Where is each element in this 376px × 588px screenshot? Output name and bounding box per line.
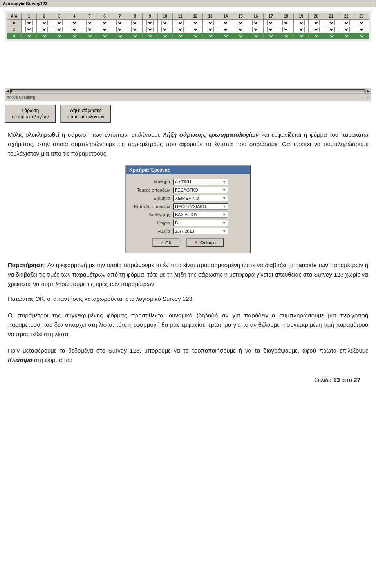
scroll-right-btn[interactable]: ▶ bbox=[365, 89, 371, 93]
cell-select[interactable]: 3 bbox=[343, 34, 350, 38]
cell-select[interactable]: 3 bbox=[358, 27, 365, 32]
paragraph-3: Οι παράμετροι της συγκεκριμένης φόρμας π… bbox=[8, 311, 368, 339]
cell-select[interactable]: 3 bbox=[177, 34, 184, 38]
window-title: Λειτουργία Survey123 bbox=[3, 1, 47, 6]
cell-select[interactable]: 3 bbox=[146, 34, 154, 38]
cell-select[interactable]: 1 bbox=[207, 27, 214, 32]
col-header-16: 16 bbox=[248, 13, 264, 20]
cell-select[interactable]: 2 bbox=[313, 34, 320, 38]
cell-select[interactable]: 5 bbox=[25, 27, 33, 32]
cell-select[interactable]: 3 bbox=[56, 34, 63, 38]
cell-select[interactable]: 4 bbox=[207, 34, 214, 38]
cell-select[interactable]: 2 bbox=[177, 20, 184, 25]
cell-select[interactable]: 4 bbox=[343, 20, 350, 25]
dialog-close-button[interactable]: Κλείσιμο bbox=[186, 238, 224, 247]
cell-select[interactable]: 4 bbox=[192, 27, 199, 32]
cell-select[interactable]: 1 bbox=[313, 20, 320, 25]
field-value-kathigitis[interactable]: ΒΑΣΙΛΕΙΟΥ ▼ bbox=[173, 212, 228, 218]
cell-select[interactable]: 1 bbox=[252, 20, 259, 25]
field-label-mathima: Μάθημα bbox=[131, 179, 170, 184]
field-value-epipedo[interactable]: ΠΡΟΠΤΥΧΙΑΚΟ ▼ bbox=[173, 203, 228, 210]
value-text: 25/7/2013 bbox=[175, 229, 194, 233]
scan-button[interactable]: Σάρωσηερωτηματολογίων bbox=[5, 105, 56, 123]
dropdown-arrow: ▼ bbox=[222, 196, 226, 200]
cell-select[interactable]: 2 bbox=[222, 20, 229, 25]
cell-select[interactable]: 4 bbox=[56, 20, 63, 25]
cell-select[interactable]: 4 bbox=[252, 34, 259, 38]
page-number: 13 bbox=[333, 376, 340, 383]
dialog-buttons: ΟΚ Κλείσιμο bbox=[131, 238, 245, 249]
col-header-15: 15 bbox=[233, 13, 248, 20]
cell-select[interactable]: 4 bbox=[328, 34, 335, 38]
dialog-field-date: Ημ/νία 25/7/2013 ▼ bbox=[131, 228, 245, 234]
cell-select[interactable]: 3 bbox=[207, 20, 214, 25]
empty-spreadsheet-area bbox=[5, 41, 371, 88]
cell-select[interactable]: 2 bbox=[161, 34, 168, 38]
cell-select[interactable]: 2 bbox=[358, 34, 365, 38]
cell-select[interactable]: 4 bbox=[56, 27, 63, 32]
value-text: ΓΕΩΛΟΓΚΟ bbox=[175, 188, 198, 192]
dialog-ok-button[interactable]: ΟΚ bbox=[152, 238, 179, 247]
cell-select[interactable]: 1 bbox=[237, 20, 244, 25]
cell-select[interactable]: 1 bbox=[25, 20, 33, 25]
cell-select[interactable]: 4 bbox=[282, 34, 289, 38]
cell-select[interactable]: 3 bbox=[86, 34, 93, 38]
cell-select[interactable]: 3 bbox=[71, 20, 78, 25]
criteria-dialog: Κριτήρια Έρευνας Μάθημα ΦΥΣΙΚΗ ▼ Τομέας … bbox=[125, 165, 251, 253]
cell-select[interactable]: 4 bbox=[328, 27, 335, 32]
cell-select[interactable]: 3 bbox=[222, 34, 229, 38]
cell-select[interactable]: 4 bbox=[41, 20, 48, 25]
cell-select[interactable]: 2 bbox=[298, 20, 305, 25]
cell-select[interactable]: 4 bbox=[282, 27, 289, 32]
stop-scan-button[interactable]: Λήξη σάρωσηςερωτηματολογίων bbox=[60, 105, 111, 123]
cell-select[interactable]: 5 bbox=[101, 20, 108, 25]
cell-select[interactable]: 3 bbox=[298, 34, 305, 38]
cell-select[interactable]: 3 bbox=[237, 27, 244, 32]
cell-select[interactable]: 5 bbox=[252, 27, 259, 32]
cell-select[interactable]: 3 bbox=[116, 34, 123, 38]
bold-text: Λήξη σάρωσης ερωτηματολογίων bbox=[163, 131, 259, 138]
cell-select[interactable]: 5 bbox=[343, 27, 350, 32]
cell-select[interactable]: 3 bbox=[41, 27, 48, 32]
cell-select[interactable]: 2 bbox=[328, 20, 335, 25]
field-value-ktirio[interactable]: Β1 ▼ bbox=[173, 220, 228, 226]
cell-select[interactable]: 2 bbox=[177, 27, 184, 32]
cell-select[interactable]: 4 bbox=[86, 27, 93, 32]
cell-select[interactable]: 4 bbox=[192, 20, 199, 25]
cell-select[interactable]: 3 bbox=[116, 27, 123, 32]
horizontal-scrollbar[interactable]: ◀ ▶ bbox=[5, 88, 371, 94]
cell-select[interactable]: 4 bbox=[86, 20, 93, 25]
scroll-track bbox=[11, 89, 365, 92]
field-value-date[interactable]: 25/7/2013 ▼ bbox=[173, 228, 228, 234]
cell-select[interactable]: 3 bbox=[282, 20, 289, 25]
dialog-field-epipedo: Επίπεδο σπουδών ΠΡΟΠΤΥΧΙΑΚΟ ▼ bbox=[131, 203, 245, 210]
cell-select[interactable]: 3 bbox=[131, 20, 138, 25]
cell-select[interactable]: 2 bbox=[101, 34, 108, 38]
cell-select[interactable]: 4 bbox=[298, 27, 305, 32]
cell-select[interactable]: 2 bbox=[237, 34, 244, 38]
cell-select[interactable]: 0 bbox=[161, 20, 168, 25]
cell-select[interactable]: 4 bbox=[313, 27, 320, 32]
cell-select[interactable]: 4 bbox=[131, 34, 138, 38]
cell-select[interactable]: 4 bbox=[222, 27, 229, 32]
cell-select[interactable]: 2 bbox=[192, 34, 199, 38]
cell-select[interactable]: 3 bbox=[267, 34, 274, 38]
cell-select[interactable]: 2 bbox=[71, 27, 78, 32]
cell-select[interactable]: 0 bbox=[146, 20, 154, 25]
cell-select[interactable]: 4 bbox=[146, 27, 154, 32]
cell-select[interactable]: 4 bbox=[25, 34, 33, 38]
cell-select[interactable]: 4 bbox=[267, 20, 274, 25]
dropdown-arrow: ▼ bbox=[222, 180, 226, 184]
cell-select[interactable]: 2 bbox=[131, 27, 138, 32]
cell-select[interactable]: 3 bbox=[161, 27, 168, 32]
field-value-mathima[interactable]: ΦΥΣΙΚΗ ▼ bbox=[173, 179, 228, 185]
field-value-examino[interactable]: ΧΕΙΜΕΡΙΝΟ ▼ bbox=[173, 195, 228, 201]
field-value-tomeas[interactable]: ΓΕΩΛΟΓΚΟ ▼ bbox=[173, 187, 228, 193]
cell-select[interactable]: 4 bbox=[116, 20, 123, 25]
cell-select[interactable]: 2 bbox=[41, 34, 48, 38]
cell-select[interactable]: 3 bbox=[101, 27, 108, 32]
cell-select[interactable]: 5 bbox=[358, 20, 365, 25]
scroll-left-btn[interactable]: ◀ bbox=[5, 89, 11, 93]
cell-select[interactable]: 4 bbox=[267, 27, 274, 32]
cell-select[interactable]: 4 bbox=[71, 34, 78, 38]
